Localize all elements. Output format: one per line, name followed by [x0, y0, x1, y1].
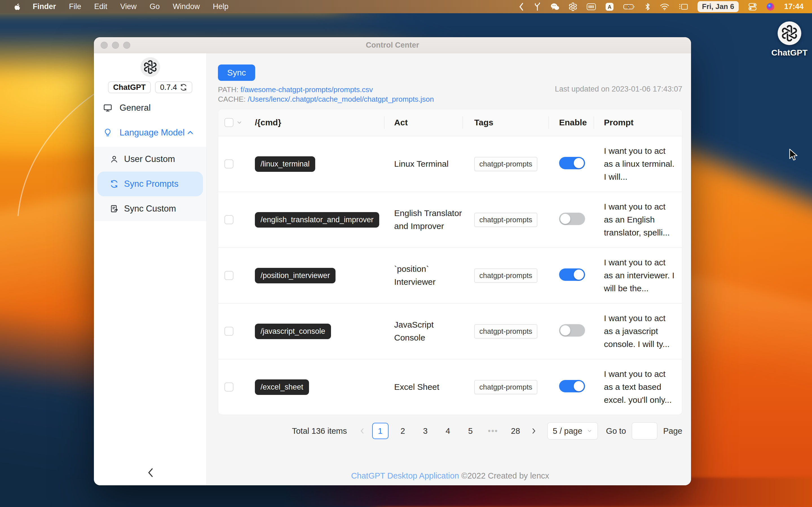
row-checkbox[interactable] [224, 327, 234, 336]
enable-toggle[interactable] [559, 324, 585, 337]
footer-link[interactable]: ChatGPT Desktop Application [351, 471, 459, 480]
enable-toggle[interactable] [559, 380, 585, 392]
apple-menu-icon[interactable] [13, 3, 21, 11]
page-button-5[interactable]: 5 [462, 423, 479, 439]
prompt-cell: I want you to act as a text based excel.… [594, 368, 682, 406]
table-row: /javascript_console JavaScript Console c… [218, 304, 682, 359]
prev-page-icon[interactable] [359, 428, 366, 434]
chatgpt-menu-icon[interactable] [569, 3, 577, 11]
cache-link[interactable]: /Users/lencx/.chatgpt/cache_model/chatgp… [248, 95, 434, 103]
menu-bar: FinderFileEditViewGoWindowHelp [0, 0, 812, 13]
desktop-shortcut-chatgpt[interactable]: ChatGPT [767, 21, 811, 57]
minimize-button[interactable] [112, 42, 119, 49]
enable-toggle[interactable] [559, 269, 585, 281]
window-titlebar[interactable]: Control Center [94, 37, 691, 53]
sidebar-item-label: Language Model [119, 128, 185, 138]
select-all-checkbox[interactable] [224, 118, 234, 127]
enable-toggle[interactable] [559, 157, 585, 169]
sidebar-item-label: General [119, 103, 151, 113]
chevron-left-icon [146, 468, 154, 477]
app-name-badge: ChatGPT [108, 81, 151, 93]
column-header-tags: Tags [463, 118, 549, 127]
row-checkbox[interactable] [224, 271, 234, 280]
menu-item-edit[interactable]: Edit [94, 2, 107, 11]
barcode-menu-icon[interactable] [587, 3, 596, 11]
sidebar-collapse-button[interactable] [94, 468, 206, 477]
battery-menu-icon[interactable] [623, 3, 636, 11]
pagination: Total 136 items 12345•••28 5 / page [218, 422, 682, 440]
table-row: /position_interviewer `position` Intervi… [218, 248, 682, 304]
last-updated-text: Last updated on 2023-01-06 17:43:07 [555, 85, 682, 94]
sync-icon [110, 180, 118, 188]
fork-menu-icon[interactable] [534, 3, 541, 11]
row-checkbox[interactable] [224, 383, 234, 392]
chevron-left-icon[interactable] [518, 3, 524, 11]
document-sync-icon [110, 205, 118, 213]
close-button[interactable] [101, 42, 108, 49]
menu-item-go[interactable]: Go [150, 2, 160, 11]
sidebar-item-label: Sync Prompts [124, 179, 179, 189]
sidebar-item-general[interactable]: General [94, 101, 206, 115]
version-number: 0.7.4 [160, 83, 177, 92]
page-button-3[interactable]: 3 [417, 423, 434, 439]
page-button-2[interactable]: 2 [395, 423, 411, 439]
siri-menu-icon[interactable] [766, 3, 775, 11]
row-checkbox[interactable] [224, 215, 234, 224]
sidebar-item-sync-prompts[interactable]: Sync Prompts [97, 172, 203, 196]
chevron-down-icon [587, 428, 592, 434]
wallpaper-layer [0, 13, 99, 216]
act-cell: `position` Interviewer [385, 263, 463, 288]
row-checkbox[interactable] [224, 159, 234, 168]
prompt-cell: I want you to act as an interviewer. I w… [594, 256, 682, 295]
page-button-28[interactable]: 28 [507, 423, 524, 439]
chatgpt-logo-icon [777, 21, 801, 45]
sidebar-item-user-custom[interactable]: User Custom [97, 147, 203, 172]
column-header-act: Act [385, 116, 463, 129]
menu-item-finder[interactable]: Finder [33, 2, 56, 11]
prompt-cell: I want you to act as a linux terminal. I… [594, 145, 682, 183]
toggle-knob [560, 214, 570, 224]
monitor-icon [103, 103, 112, 112]
table-row: /excel_sheet Excel Sheet chatgpt-prompts… [218, 359, 682, 414]
wechat-menu-icon[interactable] [550, 3, 559, 11]
menu-item-help[interactable]: Help [213, 2, 229, 11]
version-badge[interactable]: 0.7.4 [155, 81, 192, 93]
path-link[interactable]: f/awesome-chatgpt-prompts/prompts.csv [241, 86, 373, 94]
person-icon [110, 155, 118, 163]
input-source-menu-icon[interactable]: A [605, 3, 614, 11]
sync-button[interactable]: Sync [218, 64, 255, 81]
menu-item-file[interactable]: File [69, 2, 82, 11]
sidebar-item-language-model[interactable]: Language Model [94, 126, 206, 139]
sidebar-item-label: User Custom [124, 154, 175, 164]
table-header: /{cmd} Act Tags Enable Prompt [218, 109, 682, 136]
page-button-1[interactable]: 1 [372, 423, 389, 439]
bluetooth-menu-icon[interactable] [645, 3, 651, 11]
screen-mirroring-menu-icon[interactable] [679, 3, 688, 11]
mouse-cursor [788, 149, 799, 161]
zoom-button[interactable] [123, 42, 130, 49]
chevron-down-icon[interactable] [236, 119, 243, 126]
goto-page-input[interactable] [631, 422, 658, 440]
control-center-menu-icon[interactable] [748, 3, 757, 11]
menu-item-window[interactable]: Window [173, 2, 200, 11]
column-header-prompt: Prompt [594, 116, 682, 129]
menu-date[interactable]: Fri, Jan 6 [698, 1, 739, 12]
app-footer: ChatGPT Desktop Application ©2022 Create… [218, 471, 682, 481]
pagination-total: Total 136 items [292, 427, 347, 436]
footer-copyright: ©2022 Created by lencx [461, 471, 549, 480]
menu-clock[interactable]: 17:44 [784, 2, 804, 11]
page-size-select[interactable]: 5 / page [547, 422, 598, 440]
enable-toggle[interactable] [559, 213, 585, 225]
wifi-menu-icon[interactable] [660, 3, 669, 11]
tag-badge: chatgpt-prompts [474, 269, 538, 283]
sidebar-item-sync-custom[interactable]: Sync Custom [97, 196, 203, 221]
cache-label: CACHE: [218, 95, 246, 103]
act-cell: Linux Terminal [385, 158, 463, 170]
menu-item-view[interactable]: View [120, 2, 137, 11]
tag-badge: chatgpt-prompts [474, 157, 538, 171]
screen: FinderFileEditViewGoWindowHelp [0, 0, 812, 507]
next-page-icon[interactable] [530, 428, 537, 434]
cmd-pill: /position_interviewer [255, 268, 336, 283]
tag-badge: chatgpt-prompts [474, 380, 538, 394]
page-button-4[interactable]: 4 [440, 423, 456, 439]
